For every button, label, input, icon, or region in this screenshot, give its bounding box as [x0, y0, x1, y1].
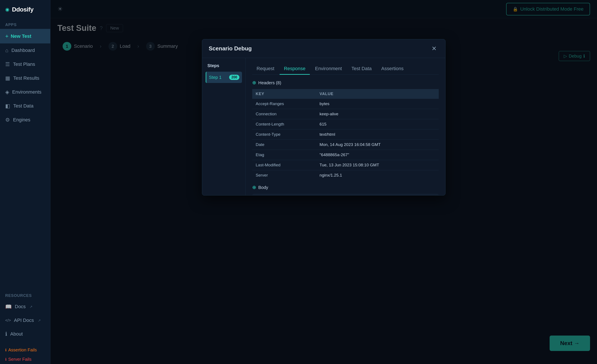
value-column-header: VALUE — [316, 89, 439, 99]
header-key: Connection — [252, 109, 316, 119]
header-value: bytes — [316, 99, 439, 109]
modal-overlay: Scenario Debug ✕ Steps Step 1 200 Reques — [50, 0, 597, 364]
app-name: Ddosify — [12, 6, 33, 13]
tab-response[interactable]: Response — [280, 63, 310, 75]
server-dot-icon: ℹ — [5, 357, 7, 361]
sidebar-item-label: Engines — [13, 117, 31, 123]
modal-body: Steps Step 1 200 Request Response Enviro… — [202, 58, 445, 195]
modal-step-1[interactable]: Step 1 200 — [206, 72, 242, 83]
test-plans-icon: ☰ — [5, 61, 10, 67]
response-body-code: ⎘ Copy 1 <!DOCTYPE html> 2 <html> — [252, 194, 439, 195]
header-row-content-length: Content-Length 615 — [252, 119, 439, 129]
sidebar-item-dashboard[interactable]: ⌂ Dashboard — [0, 43, 50, 57]
sidebar-item-label: Test Results — [13, 75, 39, 81]
sidebar-item-docs[interactable]: 📖 Docs ↗ — [0, 300, 50, 314]
logo-area: ◉ Ddosify — [0, 0, 50, 19]
header-value: Tue, 13 Jun 2023 15:08:10 GMT — [316, 160, 439, 170]
header-value: "6488865a-267" — [316, 150, 439, 160]
header-key: Last-Modified — [252, 160, 316, 170]
test-data-icon: ◧ — [5, 103, 10, 109]
resources-section: RESOURCES 📖 Docs ↗ </> API Docs ↗ ℹ Abou… — [0, 290, 50, 341]
header-key: Server — [252, 170, 316, 181]
assertion-fails-indicator: ℹ Assertion Fails — [0, 345, 50, 355]
sidebar-bottom: ℹ Assertion Fails ℹ Server Fails — [0, 345, 50, 364]
apps-section-label: APPS — [0, 19, 50, 29]
sidebar-item-label: Docs — [15, 304, 26, 310]
sidebar-item-engines[interactable]: ⚙ Engines — [0, 113, 50, 127]
modal-step-1-label: Step 1 — [209, 75, 221, 80]
header-key: Content-Type — [252, 129, 316, 140]
assertion-dot-icon: ℹ — [5, 348, 7, 352]
about-icon: ℹ — [5, 331, 7, 337]
plus-icon: + — [5, 33, 8, 39]
sidebar-item-label: Environments — [12, 89, 41, 95]
sidebar-item-label: API Docs — [14, 318, 34, 323]
tab-test-data[interactable]: Test Data — [347, 63, 376, 75]
sidebar-item-label: Test Data — [13, 103, 33, 109]
dashboard-icon: ⌂ — [5, 47, 8, 53]
body-toggle-icon: ⊕ — [252, 185, 256, 190]
tab-assertions[interactable]: Assertions — [377, 63, 408, 75]
server-fails-indicator: ℹ Server Fails — [0, 355, 50, 364]
api-docs-icon: </> — [5, 318, 11, 323]
main-content: ☀ 🔒 Unlock Distributed Mode Free Test Su… — [50, 0, 597, 364]
sidebar-item-about[interactable]: ℹ About — [0, 327, 50, 341]
sidebar-item-api-docs[interactable]: </> API Docs ↗ — [0, 314, 50, 327]
header-value: 615 — [316, 119, 439, 129]
logo-icon: ◉ — [5, 7, 9, 12]
new-test-label: New Test — [11, 33, 31, 39]
tab-request[interactable]: Request — [252, 63, 279, 75]
assertion-fails-label: Assertion Fails — [8, 348, 37, 352]
modal-title: Scenario Debug — [209, 45, 252, 52]
header-key: Accept-Ranges — [252, 99, 316, 109]
header-key: Etag — [252, 150, 316, 160]
body-toggle[interactable]: ⊕ Body — [252, 185, 439, 190]
external-link-icon: ↗ — [30, 305, 32, 309]
headers-section-label: Headers (8) — [258, 80, 281, 85]
docs-icon: 📖 — [5, 304, 12, 310]
header-row-etag: Etag "6488865a-267" — [252, 150, 439, 160]
modal-step-1-badge: 200 — [229, 75, 239, 80]
sidebar: ◉ Ddosify APPS + New Test ⌂ Dashboard ☰ … — [0, 0, 50, 364]
steps-panel: Steps Step 1 200 — [202, 58, 246, 195]
sidebar-item-label: Test Plans — [13, 61, 35, 67]
external-link-icon: ↗ — [38, 318, 41, 323]
sidebar-item-environments[interactable]: ◈ Environments — [0, 85, 50, 99]
sidebar-item-test-plans[interactable]: ☰ Test Plans — [0, 57, 50, 71]
scenario-debug-modal: Scenario Debug ✕ Steps Step 1 200 Reques — [202, 39, 446, 196]
headers-toggle-icon: ⊕ — [252, 80, 256, 86]
header-value: keep-alive — [316, 109, 439, 119]
key-column-header: KEY — [252, 89, 316, 99]
sidebar-item-label: Dashboard — [12, 48, 35, 53]
header-value: text/html — [316, 129, 439, 140]
header-value: nginx/1.25.1 — [316, 170, 439, 181]
headers-table: KEY VALUE Accept-Ranges bytes Connection — [252, 89, 439, 180]
body-section-label: Body — [258, 185, 268, 190]
tab-environment[interactable]: Environment — [311, 63, 346, 75]
header-row-accept-ranges: Accept-Ranges bytes — [252, 99, 439, 109]
header-value: Mon, 14 Aug 2023 16:04:58 GMT — [316, 140, 439, 150]
headers-toggle[interactable]: ⊕ Headers (8) — [252, 80, 439, 86]
engines-icon: ⚙ — [5, 117, 10, 123]
response-tabs: Request Response Environment Test Data A… — [252, 63, 439, 75]
body-section: ⊕ Body ⎘ Copy 1 <!DOCTYPE html> — [252, 185, 439, 195]
new-test-button[interactable]: + New Test — [0, 29, 50, 43]
content-panel: Request Response Environment Test Data A… — [246, 58, 445, 195]
modal-header: Scenario Debug ✕ — [202, 39, 445, 58]
header-row-content-type: Content-Type text/html — [252, 129, 439, 140]
steps-heading: Steps — [206, 63, 242, 68]
header-key: Date — [252, 140, 316, 150]
environments-icon: ◈ — [5, 89, 9, 95]
header-row-server: Server nginx/1.25.1 — [252, 170, 439, 181]
test-results-icon: ▦ — [5, 75, 10, 81]
resources-section-label: RESOURCES — [0, 290, 50, 300]
sidebar-item-test-data[interactable]: ◧ Test Data — [0, 99, 50, 113]
header-row-last-modified: Last-Modified Tue, 13 Jun 2023 15:08:10 … — [252, 160, 439, 170]
header-row-date: Date Mon, 14 Aug 2023 16:04:58 GMT — [252, 140, 439, 150]
server-fails-label: Server Fails — [8, 357, 31, 362]
sidebar-item-test-results[interactable]: ▦ Test Results — [0, 71, 50, 85]
header-key: Content-Length — [252, 119, 316, 129]
header-row-connection: Connection keep-alive — [252, 109, 439, 119]
modal-close-button[interactable]: ✕ — [429, 44, 439, 53]
sidebar-item-label: About — [10, 331, 23, 337]
